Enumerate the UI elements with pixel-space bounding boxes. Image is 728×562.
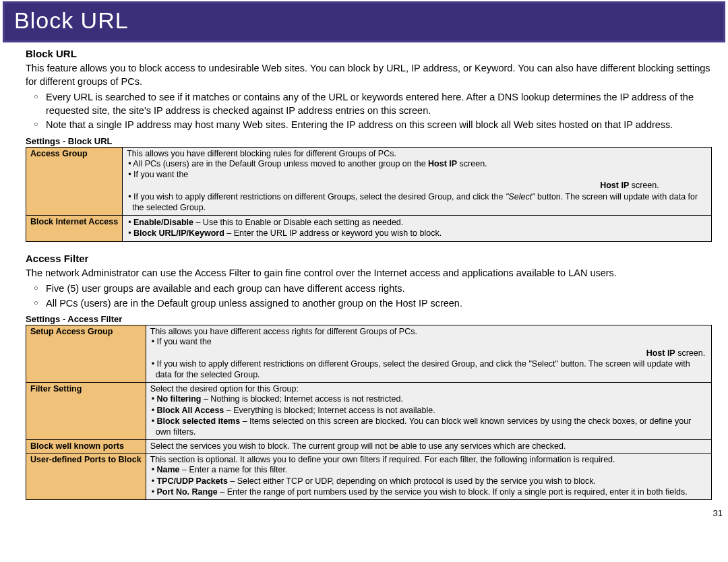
cell-value: This allows you have different access ri…: [146, 325, 711, 383]
cell-list: No filtering – Nothing is blocked; Inter…: [150, 394, 707, 437]
cell-line: This section is optional. It allows you …: [150, 455, 707, 464]
page-banner: Block URL: [3, 1, 725, 42]
cell-line: Select the desired option for this Group…: [150, 384, 707, 394]
blockurl-bullet-2: Note that a single IP address may host m…: [46, 119, 712, 132]
table-row: Filter Setting Select the desired option…: [26, 383, 712, 440]
list-item: If you want theHost IP screen.: [150, 336, 707, 358]
list-item: If you want theHost IP screen.: [127, 169, 707, 191]
table-row: Block Internet Access Enable/Disable – U…: [26, 216, 712, 242]
table-row: Access Group This allows you have differ…: [26, 147, 712, 215]
cell-label: Block well known ports: [26, 440, 146, 454]
list-item: Block All Access – Everything is blocked…: [150, 405, 707, 416]
cell-label: Block Internet Access: [26, 216, 123, 242]
blockurl-table-title: Settings - Block URL: [26, 136, 712, 146]
cell-list: If you want theHost IP screen. If you wi…: [150, 336, 707, 380]
cell-list: Name – Enter a name for this filter. TPC…: [150, 464, 707, 497]
access-heading: Access Filter: [26, 253, 712, 264]
cell-label: Setup Access Group: [26, 325, 146, 383]
list-item: Port No. Range – Enter the range of port…: [150, 487, 707, 497]
table-row: Setup Access Group This allows you have …: [26, 325, 712, 383]
list-item: Name – Enter a name for this filter.: [150, 464, 707, 475]
blockurl-bullet-1: Every URL is searched to see if it match…: [46, 91, 712, 117]
cell-value: Select the desired option for this Group…: [146, 383, 711, 440]
blockurl-bullets: Every URL is searched to see if it match…: [26, 91, 712, 132]
cell-list: Enable/Disable – Use this to Enable or D…: [127, 217, 707, 239]
page-content: Block URL This feature allows you to blo…: [0, 48, 728, 507]
list-item: Block URL/IP/Keyword – Enter the URL IP …: [127, 228, 707, 239]
access-intro: The network Administrator can use the Ac…: [26, 267, 712, 280]
list-item: TPC/UDP Packets – Select either TCP or U…: [150, 476, 707, 487]
table-row: Block well known ports Select the servic…: [26, 440, 712, 454]
list-item: Enable/Disable – Use this to Enable or D…: [127, 217, 707, 228]
access-table: Setup Access Group This allows you have …: [26, 325, 712, 500]
cell-label: Filter Setting: [26, 383, 146, 440]
page-title: Block URL: [14, 7, 714, 34]
cell-value: This section is optional. It allows you …: [146, 454, 711, 500]
blockurl-intro: This feature allows you to block access …: [26, 62, 712, 88]
access-table-title: Settings - Access Filter: [26, 314, 712, 324]
blockurl-table: Access Group This allows you have differ…: [26, 147, 712, 242]
list-item: No filtering – Nothing is blocked; Inter…: [150, 394, 707, 404]
cell-list: All PCs (users) are in the Default Group…: [127, 158, 707, 213]
list-item: Block selected items – Items selected on…: [150, 416, 707, 438]
list-item: If you wish to apply different restricti…: [150, 358, 707, 381]
list-item: If you wish to apply different restricti…: [127, 191, 707, 214]
access-bullet-1: Five (5) user groups are available and e…: [46, 282, 712, 296]
table-row: User-defined Ports to Block This section…: [26, 454, 712, 500]
page-number: 31: [0, 507, 728, 521]
blockurl-heading: Block URL: [26, 48, 712, 59]
cell-label: Access Group: [26, 147, 123, 215]
cell-value: Select the services you wish to block. T…: [146, 440, 711, 454]
access-bullet-2: All PCs (users) are in the Default group…: [46, 297, 712, 311]
cell-value: Enable/Disable – Use this to Enable or D…: [123, 216, 712, 242]
access-bullets: Five (5) user groups are available and e…: [26, 282, 712, 310]
list-item: All PCs (users) are in the Default Group…: [127, 158, 707, 169]
cell-line: This allows you have different blocking …: [127, 149, 707, 158]
cell-label: User-defined Ports to Block: [26, 454, 146, 500]
cell-value: This allows you have different blocking …: [123, 147, 712, 215]
cell-line: This allows you have different access ri…: [150, 327, 707, 336]
